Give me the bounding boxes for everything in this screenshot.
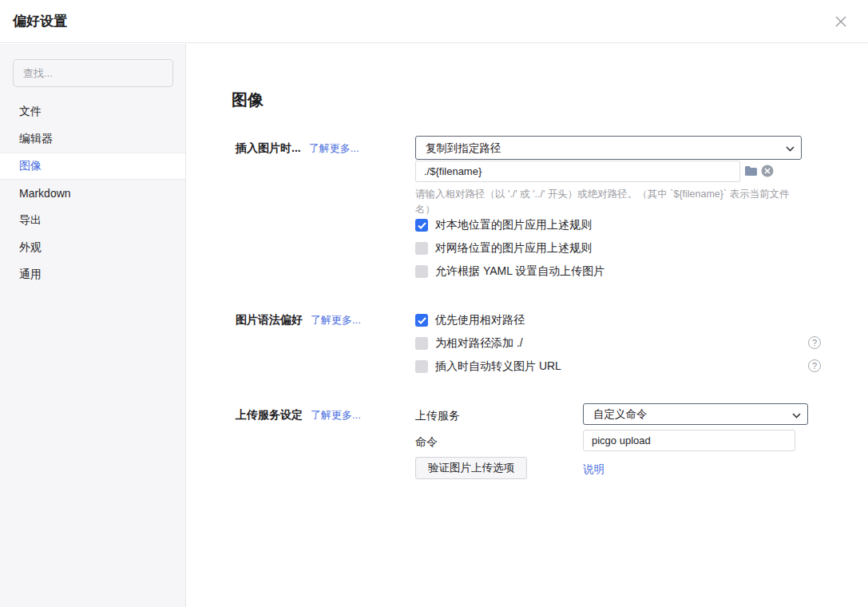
sidebar: 文件 编辑器 图像 Markdown 导出 外观 通用 [0,44,186,607]
window-header: 偏好设置 [0,0,868,43]
checkbox[interactable] [415,360,428,373]
learn-more-link[interactable]: 了解更多... [311,408,361,423]
sidebar-item-image[interactable]: 图像 [0,153,185,180]
sidebar-item-label: 编辑器 [19,132,53,146]
sidebar-item-export[interactable]: 导出 [0,207,185,234]
checkbox-label: 允许根据 YAML 设置自动上传图片 [435,264,604,279]
checkbox-label: 为相对路径添加 ./ [435,336,523,351]
preferences-window: 偏好设置 文件 编辑器 图像 Markdown 导出 外观 通用 [0,0,868,607]
checkbox-row-apply-local[interactable]: 对本地位置的图片应用上述规则 [415,218,592,232]
section-label: 插入图片时... [236,141,301,156]
command-input[interactable] [583,430,795,451]
sidebar-item-label: 图像 [19,159,42,173]
upload-service-select-control[interactable]: 自定义命令 [583,403,808,425]
sidebar-item-label: 导出 [19,213,42,228]
checkbox-label: 对网络位置的图片应用上述规则 [435,241,592,256]
insert-action-select-control[interactable]: 复制到指定路径 [415,136,802,160]
sidebar-item-general[interactable]: 通用 [0,261,185,288]
upload-doc-link[interactable]: 说明 [583,462,604,477]
search-input[interactable] [13,59,173,87]
help-icon[interactable]: ? [808,336,821,349]
command-label: 命令 [415,435,438,450]
help-icon[interactable]: ? [808,359,821,372]
checkbox-label: 插入时自动转义图片 URL [435,359,561,374]
learn-more-link[interactable]: 了解更多... [309,141,359,156]
upload-service-select[interactable]: 自定义命令 [583,403,808,425]
checkbox-label: 对本地位置的图片应用上述规则 [435,218,592,232]
sidebar-item-label: 外观 [19,240,42,255]
checkbox[interactable] [415,242,428,255]
checkbox[interactable] [415,314,428,327]
sidebar-item-label: 文件 [19,105,42,119]
clear-path-icon[interactable] [761,165,774,181]
checkbox-row-escape-url[interactable]: 插入时自动转义图片 URL [415,359,561,374]
learn-more-link[interactable]: 了解更多... [311,313,361,327]
checkbox[interactable] [415,265,428,278]
upload-service-label: 上传服务 [415,409,460,423]
sidebar-item-editor[interactable]: 编辑器 [0,125,185,153]
sidebar-item-label: 通用 [19,268,42,282]
window-title: 偏好设置 [13,12,67,30]
insert-action-select[interactable]: 复制到指定路径 [415,136,802,160]
checkbox-label: 优先使用相对路径 [435,313,525,327]
section-label: 图片语法偏好 [236,313,303,327]
sidebar-item-appearance[interactable]: 外观 [0,234,185,261]
section-label: 上传服务设定 [236,408,303,423]
sidebar-item-label: Markdown [19,187,71,200]
close-icon[interactable] [834,14,848,29]
sidebar-item-files[interactable]: 文件 [0,98,185,125]
path-hint-text: 请输入相对路径（以 './' 或 '../' 开头）或绝对路径。（其中 `${f… [415,187,797,217]
folder-icon[interactable] [744,165,758,180]
checkbox-row-add-dot-slash[interactable]: 为相对路径添加 ./ [415,336,523,351]
copy-path-input[interactable] [415,161,740,182]
section-insert-image: 插入图片时... 了解更多... [236,141,359,156]
page-title: 图像 [232,89,264,111]
sidebar-item-markdown[interactable]: Markdown [0,180,185,207]
checkbox-row-prefer-relative[interactable]: 优先使用相对路径 [415,313,525,327]
section-upload-service: 上传服务设定 了解更多... [236,408,361,423]
checkbox-row-yaml-upload[interactable]: 允许根据 YAML 设置自动上传图片 [415,264,604,279]
checkbox[interactable] [415,337,428,350]
checkbox[interactable] [415,219,428,232]
validate-upload-button[interactable]: 验证图片上传选项 [415,457,527,479]
section-image-syntax: 图片语法偏好 了解更多... [236,313,361,327]
checkbox-row-apply-network[interactable]: 对网络位置的图片应用上述规则 [415,241,592,256]
